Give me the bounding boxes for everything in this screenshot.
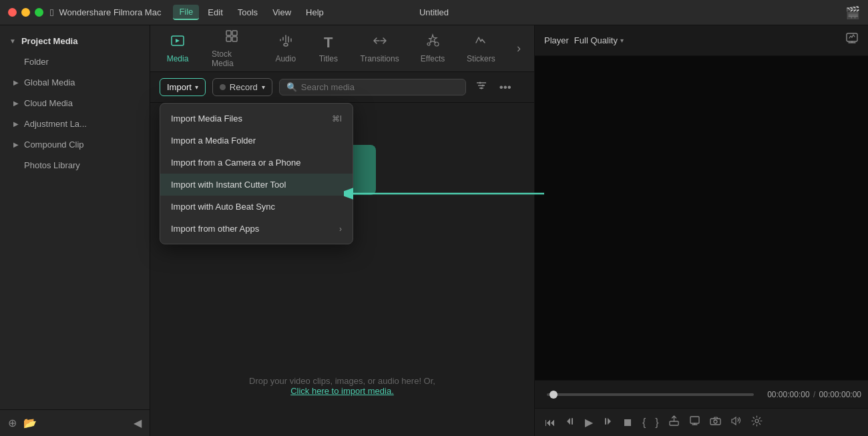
effects-icon [425, 33, 440, 51]
submenu-arrow-icon: › [339, 224, 342, 234]
tab-titles[interactable]: T Titles [308, 30, 349, 67]
svg-point-11 [479, 82, 481, 84]
tab-audio[interactable]: Audio [266, 29, 306, 67]
menu-edit[interactable]: Edit [202, 5, 228, 19]
center-panel: Media Stock Media [150, 25, 534, 436]
tabs-more-button[interactable]: › [510, 37, 527, 59]
dropdown-import-media-folder[interactable]: Import a Media Folder [160, 130, 353, 152]
audio-label: Audio [275, 54, 296, 63]
sidebar-item-adjustment-layer[interactable]: ▶ Adjustment La... [4, 114, 146, 134]
dropdown-import-media-files[interactable]: Import Media Files ⌘I [160, 107, 353, 130]
filter-icon[interactable] [473, 77, 490, 97]
tab-stock-media[interactable]: Stock Media [201, 25, 263, 72]
drop-text: Drop your video clips, images, or audio … [249, 376, 435, 396]
stop-icon[interactable]: ⏹ [619, 414, 636, 431]
player-progress-bar[interactable] [547, 393, 754, 396]
svg-rect-19 [670, 421, 678, 425]
sidebar-item-photos-library[interactable]: Photos Library [4, 156, 146, 175]
search-icon: 🔍 [286, 82, 297, 92]
play-icon[interactable]: ▶ [582, 413, 596, 431]
effects-label: Effects [421, 54, 445, 63]
svg-rect-2 [232, 31, 237, 35]
project-media-label: Project Media [21, 36, 78, 46]
dropdown-import-from-camera[interactable]: Import from a Camera or a Phone [160, 152, 353, 174]
record-dot-icon [220, 84, 226, 90]
transitions-icon [373, 33, 387, 51]
sidebar-project-media[interactable]: ▼ Project Media [0, 31, 150, 51]
search-box[interactable]: 🔍 [279, 79, 466, 95]
frame-forward-icon[interactable] [599, 413, 616, 432]
media-label: Media [167, 54, 189, 63]
svg-point-13 [480, 87, 482, 89]
stock-media-icon [224, 29, 239, 47]
dropdown-import-with-cutter[interactable]: Import with Instant Cutter Tool [160, 174, 353, 196]
svg-rect-4 [232, 37, 237, 41]
search-input[interactable] [301, 82, 459, 92]
sidebar-item-compound-clip[interactable]: ▶ Compound Clip [4, 135, 146, 154]
menu-help[interactable]: Help [300, 5, 330, 19]
tab-transitions[interactable]: Transitions [351, 29, 408, 67]
fullscreen-button[interactable] [35, 8, 43, 17]
quality-value: Full Quality [574, 35, 618, 45]
frame-back-icon[interactable] [562, 413, 579, 432]
import-chevron-icon: ▾ [195, 83, 198, 91]
sidebar-item-global-media[interactable]: ▶ Global Media [4, 73, 146, 92]
shortcut-label: ⌘I [332, 114, 342, 124]
quality-chevron-icon: ▾ [620, 37, 624, 44]
toolbar: Import ▾ Record ▾ 🔍 [150, 72, 534, 103]
mark-in-icon[interactable]: { [639, 414, 649, 431]
svg-point-6 [435, 42, 439, 46]
folder-icon[interactable]: 📂 [23, 417, 37, 429]
chevron-right-icon: ▶ [13, 120, 19, 128]
sidebar-item-cloud-media[interactable]: ▶ Cloud Media [4, 93, 146, 113]
main-layout: ▼ Project Media Folder ▶ Global Media ▶ … [0, 25, 868, 436]
svg-rect-18 [605, 418, 606, 425]
quality-selector[interactable]: Full Quality ▾ [574, 35, 624, 45]
import-button[interactable]: Import ▾ [160, 78, 206, 96]
filmora-icon: 🎬 [845, 5, 860, 20]
window-title: Untitled [419, 7, 449, 17]
app-name: Wondershare Filmora Mac [59, 7, 161, 17]
camera-icon[interactable] [706, 413, 724, 432]
skip-back-icon[interactable]: ⏮ [541, 414, 559, 431]
tab-effects[interactable]: Effects [411, 29, 454, 67]
settings-icon[interactable] [748, 413, 766, 432]
sidebar: ▼ Project Media Folder ▶ Global Media ▶ … [0, 25, 150, 436]
menu-file[interactable]: File [173, 5, 199, 20]
player-screen [535, 56, 868, 380]
add-folder-icon[interactable]: ⊕ [8, 417, 17, 429]
chevron-down-icon: ▼ [9, 37, 16, 45]
sidebar-item-folder[interactable]: Folder [4, 52, 146, 71]
sidebar-collapse-icon[interactable]: ◀ [134, 417, 142, 429]
tab-stickers[interactable]: Stickers [457, 29, 505, 67]
svg-point-22 [714, 420, 717, 423]
import-dropdown-menu: Import Media Files ⌘I Import a Media Fol… [160, 103, 353, 244]
minimize-button[interactable] [21, 8, 30, 17]
player-progress-handle[interactable] [550, 391, 558, 399]
menu-tools[interactable]: Tools [232, 5, 264, 19]
volume-icon[interactable] [727, 413, 745, 432]
record-button[interactable]: Record ▾ [212, 78, 272, 96]
titles-icon: T [324, 34, 333, 51]
svg-rect-1 [226, 31, 231, 35]
stock-media-label: Stock Media [212, 49, 252, 68]
traffic-lights [8, 8, 43, 17]
import-link[interactable]: Click here to import media. [290, 386, 394, 396]
menu-view[interactable]: View [266, 5, 297, 19]
close-button[interactable] [8, 8, 17, 17]
svg-point-7 [427, 43, 430, 45]
mark-out-icon[interactable]: } [652, 414, 662, 431]
export-icon[interactable] [665, 413, 683, 432]
dropdown-import-auto-beat[interactable]: Import with Auto Beat Sync [160, 196, 353, 218]
player-label: Player [544, 35, 569, 45]
transitions-label: Transitions [360, 54, 399, 63]
more-options-icon[interactable]: ••• [497, 78, 514, 97]
svg-rect-21 [710, 419, 720, 425]
import-to-timeline-icon[interactable] [686, 413, 704, 432]
audio-icon [278, 33, 293, 51]
tab-media[interactable]: Media [157, 29, 198, 67]
stickers-icon [473, 33, 488, 51]
chevron-right-icon: ▶ [13, 141, 19, 148]
dropdown-import-other-apps[interactable]: Import from other Apps › [160, 218, 353, 240]
player-stats-icon[interactable] [845, 32, 859, 49]
